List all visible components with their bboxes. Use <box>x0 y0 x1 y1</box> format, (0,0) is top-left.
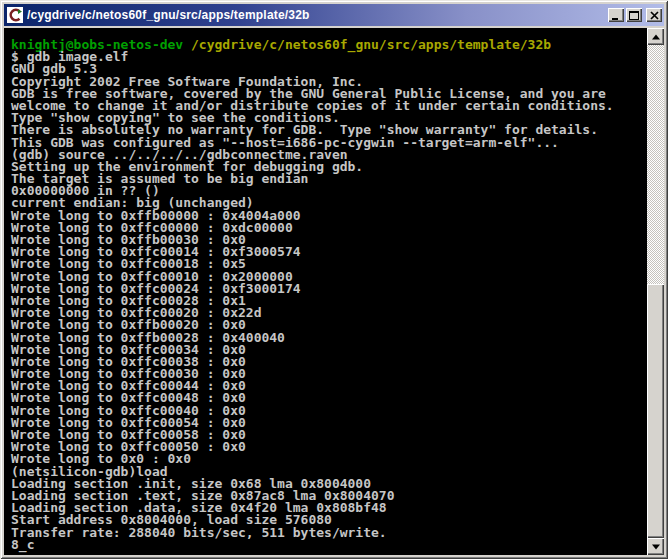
terminal-line: $ gdb image.elf <box>11 51 647 63</box>
maximize-button[interactable] <box>626 8 642 22</box>
minimize-icon <box>611 11 621 20</box>
scrollbar-thumb[interactable] <box>647 284 664 538</box>
terminal-window: /cygdrive/c/netos60f_gnu/src/apps/templa… <box>0 0 668 559</box>
vertical-scrollbar[interactable] <box>647 28 664 555</box>
terminal-client-area: knightj@bobs-netos-dev /cygdrive/c/netos… <box>4 28 664 555</box>
maximize-icon <box>629 11 639 20</box>
titlebar[interactable]: /cygdrive/c/netos60f_gnu/src/apps/templa… <box>4 4 664 26</box>
cygwin-icon <box>7 7 23 23</box>
terminal-line: Transfer rate: 288040 bits/sec, 511 byte… <box>11 527 647 539</box>
scroll-down-button[interactable] <box>647 538 664 555</box>
arrow-down-icon <box>652 544 660 549</box>
scrollbar-track[interactable] <box>647 45 664 538</box>
arrow-up-icon <box>652 34 660 39</box>
close-button[interactable] <box>646 8 662 22</box>
close-icon <box>650 11 659 20</box>
window-controls <box>608 8 662 22</box>
window-title: /cygdrive/c/netos60f_gnu/src/apps/templa… <box>27 8 608 22</box>
terminal-output[interactable]: knightj@bobs-netos-dev /cygdrive/c/netos… <box>4 28 647 555</box>
scroll-up-button[interactable] <box>647 28 664 45</box>
minimize-button[interactable] <box>608 8 624 22</box>
terminal-line: 8_c <box>11 539 647 551</box>
